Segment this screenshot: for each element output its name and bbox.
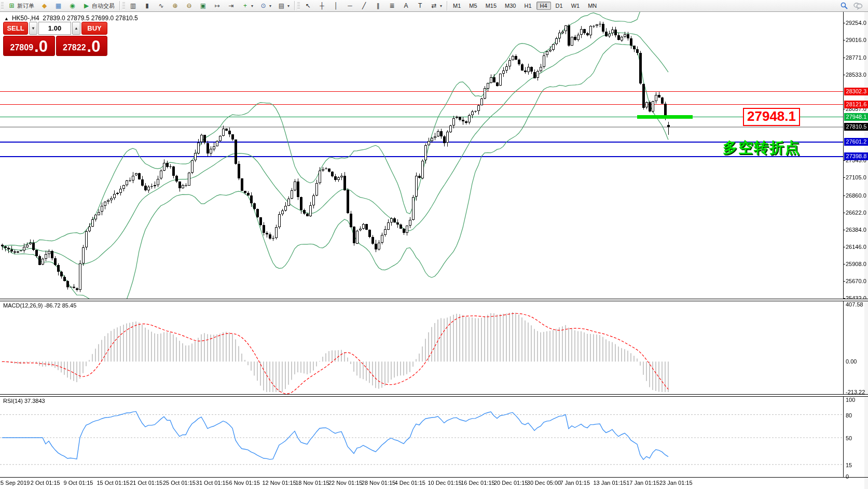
- date-tick-label: 21 Oct 01:15: [130, 480, 162, 486]
- text-label-icon: T: [416, 2, 424, 10]
- date-tick-label: 25 Sep 2019: [0, 480, 30, 486]
- buy-button[interactable]: BUY: [81, 22, 107, 35]
- price-tick-label: 29016.0: [846, 37, 866, 43]
- horizontal-line-button[interactable]: ─: [343, 1, 356, 11]
- price-tick-mark: [843, 195, 845, 196]
- crosshair-icon: ┼: [318, 2, 326, 10]
- vertical-line-icon: │: [332, 2, 340, 10]
- timeframe-buttons: M1M5M15M30H1H4D1W1MN: [449, 2, 601, 10]
- cursor-icon: ↖: [304, 2, 312, 10]
- time-axis-divider: [0, 477, 868, 478]
- text-label-button[interactable]: T: [414, 1, 426, 11]
- date-tick-label: 16 Dec 01:15: [461, 480, 494, 486]
- macd-panel-divider[interactable]: [0, 299, 868, 301]
- timeframe-d1-button[interactable]: D1: [552, 2, 567, 10]
- quote-header: ▲HK50-,H4 27839.0 27879.5 27699.0 27810.…: [4, 15, 138, 22]
- rsi-panel-divider[interactable]: [0, 394, 868, 397]
- zoom-out-button[interactable]: ⊖: [183, 1, 196, 11]
- caret-down-icon[interactable]: ▾: [440, 4, 442, 8]
- one-click-trading-panel: SELL ▾ 1.00 ▴ BUY 27809 .0 27822 .0: [3, 22, 107, 56]
- rsi-scale-label: 80: [846, 412, 852, 418]
- timeframe-m30-button[interactable]: M30: [501, 2, 519, 10]
- volume-input[interactable]: 1.00: [38, 22, 71, 35]
- indicators-button[interactable]: +▾: [239, 1, 256, 11]
- price-tick-label: 28533.0: [846, 72, 866, 78]
- collapse-panel-icon[interactable]: ▲: [4, 16, 9, 21]
- buy-price-main: 27822: [63, 41, 86, 54]
- sell-price-button[interactable]: 27809 .0: [3, 36, 55, 56]
- timeframe-w1-button[interactable]: W1: [568, 2, 584, 10]
- text-button[interactable]: A: [399, 1, 412, 11]
- line-chart-icon: ∿: [157, 2, 165, 10]
- rsi-scale-label: 15: [846, 462, 852, 468]
- templates-button[interactable]: ▤▾: [275, 1, 292, 11]
- vertical-line-button[interactable]: │: [329, 1, 342, 11]
- caret-down-icon[interactable]: ▾: [251, 4, 253, 8]
- price-tick-label: 25670.0: [846, 278, 866, 284]
- caret-down-icon[interactable]: ▾: [269, 4, 271, 8]
- toolbar-grip[interactable]: [1, 2, 4, 10]
- auto-scroll-button[interactable]: ↦: [211, 1, 224, 11]
- buy-price-button[interactable]: 27822 .0: [56, 36, 108, 56]
- timeframe-h1-button[interactable]: H1: [520, 2, 535, 10]
- bar-chart-button[interactable]: ▥: [127, 1, 140, 11]
- tile-windows-button[interactable]: ▣: [197, 1, 210, 11]
- timeframe-h4-button[interactable]: H4: [536, 2, 551, 10]
- cursor-button[interactable]: ↖: [301, 1, 314, 11]
- caret-down-icon: ▾: [32, 26, 34, 31]
- volume-increase-button[interactable]: ▴: [72, 22, 80, 35]
- date-tick-label: 23 Jan 01:15: [659, 480, 693, 486]
- timeframe-m15-button[interactable]: M15: [482, 2, 500, 10]
- zoom-in-button[interactable]: ⊕: [169, 1, 182, 11]
- new-order-label: 新订单: [17, 2, 34, 10]
- price-tick-mark: [843, 109, 845, 109]
- new-order-button[interactable]: ⊞新订单: [5, 1, 37, 11]
- price-badge: 28121.6: [844, 101, 868, 108]
- templates-icon: ▤: [278, 2, 285, 10]
- line-chart-button[interactable]: ∿: [155, 1, 168, 11]
- toolbar-separator: [294, 1, 295, 10]
- horizontal-line-icon: ─: [346, 2, 354, 10]
- data-window-button[interactable]: ▦: [52, 1, 65, 11]
- annotation-text[interactable]: 多空转折点: [723, 138, 801, 158]
- date-tick-label: 28 Nov 01:15: [362, 480, 395, 486]
- date-tick-label: 30 Dec 05:00: [527, 480, 561, 486]
- chart-shift-button[interactable]: ⇥: [225, 1, 238, 11]
- date-tick-label: 2 Oct 01:15: [31, 480, 60, 486]
- toolbar-groups: ⊞新订单◆▦◉▶自动交易▥▮∿⊕⊖▣↦⇥+▾⊙▾▤▾↖┼│─╱∥≣AT⇄▾: [0, 1, 445, 11]
- signals-button[interactable]: ◉: [66, 1, 79, 11]
- candle-chart-button[interactable]: ▮: [141, 1, 154, 11]
- date-tick-label: 20 Dec 01:15: [494, 480, 528, 486]
- timeframe-mn-button[interactable]: MN: [584, 2, 600, 10]
- equidistant-channel-icon: ∥: [374, 2, 382, 10]
- timeframe-m5-button[interactable]: M5: [465, 2, 480, 10]
- price-badge: 27398.8: [844, 152, 868, 160]
- search-icon[interactable]: [840, 2, 848, 10]
- auto-scroll-icon: ↦: [213, 2, 221, 10]
- sell-price-main: 27809: [10, 41, 34, 54]
- trendline-button[interactable]: ╱: [357, 1, 370, 11]
- chat-icon[interactable]: [853, 2, 863, 10]
- toolbar-grip[interactable]: [122, 2, 125, 10]
- fibonacci-icon: ≣: [388, 2, 396, 10]
- market-watch-button[interactable]: ◆: [38, 1, 51, 11]
- toolbar-grip[interactable]: [297, 2, 300, 10]
- date-tick-label: 15 Oct 01:15: [97, 480, 129, 486]
- volume-decrease-button[interactable]: ▾: [29, 22, 37, 35]
- date-tick-label: 10 Dec 01:15: [428, 480, 461, 486]
- equidistant-channel-button[interactable]: ∥: [371, 1, 384, 11]
- date-tick-label: 22 Nov 01:15: [328, 480, 362, 486]
- autotrade-button[interactable]: ▶自动交易: [80, 1, 117, 11]
- periods-button[interactable]: ⊙▾: [257, 1, 274, 11]
- price-tick-mark: [843, 75, 845, 75]
- caret-down-icon[interactable]: ▾: [287, 4, 290, 8]
- fibonacci-button[interactable]: ≣: [385, 1, 398, 11]
- arrows-icon: ⇄: [430, 2, 438, 10]
- chart-canvas[interactable]: [0, 0, 868, 489]
- arrows-button[interactable]: ⇄▾: [428, 1, 445, 11]
- price-label-box[interactable]: 27948.1: [743, 108, 800, 126]
- toolbar-separator: [447, 1, 447, 10]
- sell-button[interactable]: SELL: [3, 22, 28, 35]
- crosshair-button[interactable]: ┼: [315, 1, 328, 11]
- timeframe-m1-button[interactable]: M1: [449, 2, 464, 10]
